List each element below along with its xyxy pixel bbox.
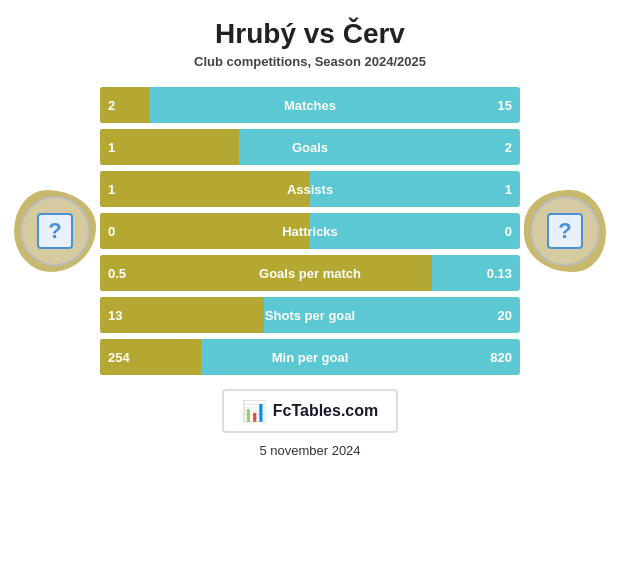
stat-row: 254Min per goal820 [100, 339, 520, 375]
match-subtitle: Club competitions, Season 2024/2025 [194, 54, 426, 69]
match-date: 5 november 2024 [259, 443, 360, 458]
stat-row: 0.5Goals per match0.13 [100, 255, 520, 291]
stat-label: Shots per goal [265, 308, 355, 323]
main-container: Hrubý vs Červ Club competitions, Season … [0, 0, 620, 580]
stat-right-value: 15 [498, 87, 512, 123]
stat-row: 1Goals2 [100, 129, 520, 165]
stat-left-value: 13 [100, 297, 264, 333]
right-avatar-icon: ? [547, 213, 583, 249]
stat-bar-bg: 1Goals2 [100, 129, 520, 165]
left-avatar-icon: ? [37, 213, 73, 249]
stat-right-value: 0.13 [487, 255, 512, 291]
stat-right-value: 0 [505, 213, 512, 249]
stat-bar-bg: 0.5Goals per match0.13 [100, 255, 520, 291]
stat-row: 1Assists1 [100, 171, 520, 207]
stat-label: Goals per match [259, 266, 361, 281]
stat-row: 13Shots per goal20 [100, 297, 520, 333]
stat-bar-bg: 1Assists1 [100, 171, 520, 207]
stat-label: Matches [284, 98, 336, 113]
stat-right-value: 1 [505, 171, 512, 207]
stat-row: 2Matches15 [100, 87, 520, 123]
stat-bar-bg: 254Min per goal820 [100, 339, 520, 375]
stat-right-value: 2 [505, 129, 512, 165]
stat-right-value: 20 [498, 297, 512, 333]
stat-left-value: 254 [100, 339, 201, 375]
stat-row: 0Hattricks0 [100, 213, 520, 249]
logo-section: 📊 FcTables.com 5 november 2024 [222, 389, 399, 458]
stat-label: Goals [292, 140, 328, 155]
logo-icon: 📊 [242, 399, 267, 423]
right-avatar-circle: ? [530, 196, 600, 266]
right-avatar: ? [520, 171, 610, 291]
stat-label: Hattricks [282, 224, 338, 239]
stat-bar-bg: 2Matches15 [100, 87, 520, 123]
logo-box: 📊 FcTables.com [222, 389, 399, 433]
logo-text: FcTables.com [273, 402, 379, 420]
stat-label: Assists [287, 182, 333, 197]
comparison-area: ? 2Matches151Goals21Assists10Hattricks00… [10, 87, 610, 375]
stat-left-value: 0 [100, 213, 310, 249]
left-avatar: ? [10, 171, 100, 291]
stat-left-value: 1 [100, 129, 239, 165]
stat-bar-bg: 0Hattricks0 [100, 213, 520, 249]
stat-left-value: 2 [100, 87, 150, 123]
stat-bar-bg: 13Shots per goal20 [100, 297, 520, 333]
stat-label: Min per goal [272, 350, 349, 365]
left-avatar-circle: ? [20, 196, 90, 266]
stats-column: 2Matches151Goals21Assists10Hattricks00.5… [100, 87, 520, 375]
stat-right-value: 820 [490, 339, 512, 375]
match-title: Hrubý vs Červ [215, 18, 405, 50]
stat-left-value: 1 [100, 171, 310, 207]
